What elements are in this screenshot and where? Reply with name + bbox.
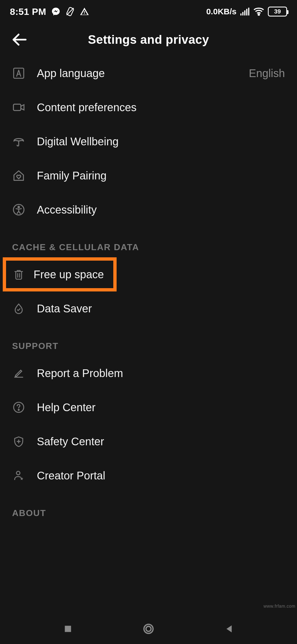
battery-indicator: 39: [268, 7, 287, 17]
svg-rect-17: [65, 626, 71, 632]
header: Settings and privacy: [0, 23, 297, 56]
row-content-preferences[interactable]: Content preferences: [0, 90, 297, 124]
row-label: Digital Wellbeing: [37, 135, 285, 148]
row-report-problem[interactable]: Report a Problem: [0, 356, 297, 390]
svg-point-15: [18, 409, 19, 410]
umbrella-icon: [12, 135, 25, 148]
status-time: 8:51 PM: [10, 6, 46, 17]
svg-point-19: [146, 626, 151, 631]
highlight-annotation: Free up space: [3, 257, 117, 291]
svg-rect-5: [246, 9, 247, 15]
video-icon: [12, 101, 25, 114]
status-bar: 8:51 PM 0.0KB/s 39: [0, 0, 297, 23]
home-button[interactable]: [140, 621, 157, 637]
svg-rect-3: [242, 12, 243, 15]
language-icon: [12, 67, 25, 80]
status-left: 8:51 PM: [10, 6, 89, 17]
home-heart-icon: [12, 169, 25, 182]
pencil-icon: [12, 367, 25, 380]
row-label: Accessibility: [37, 204, 285, 216]
row-digital-wellbeing[interactable]: Digital Wellbeing: [0, 124, 297, 159]
row-label: Family Pairing: [37, 170, 285, 182]
row-safety-center[interactable]: Safety Center: [0, 424, 297, 459]
row-label: Creator Portal: [37, 470, 285, 482]
svg-point-16: [16, 471, 20, 475]
drop-icon: [12, 302, 25, 315]
svg-rect-10: [13, 104, 21, 111]
svg-point-18: [144, 624, 153, 634]
row-accessibility[interactable]: Accessibility: [0, 193, 297, 227]
shield-icon: [12, 435, 25, 448]
row-label: Data Saver: [37, 302, 285, 315]
signal-icon: [240, 7, 250, 16]
phone-mute-icon: [65, 7, 75, 16]
svg-point-13: [18, 206, 20, 208]
svg-rect-9: [14, 68, 24, 78]
wifi-icon: [254, 7, 264, 16]
svg-rect-2: [240, 13, 241, 15]
recents-button[interactable]: [60, 621, 76, 637]
messenger-icon: [51, 7, 61, 16]
svg-rect-6: [248, 8, 249, 15]
page-title: Settings and privacy: [88, 33, 209, 47]
person-star-icon: [12, 469, 25, 482]
watermark: www.frfam.com: [263, 604, 295, 609]
row-free-up-space[interactable]: Free up space: [6, 261, 113, 288]
row-label: Free up space: [34, 268, 107, 281]
system-nav-bar: [0, 614, 297, 644]
back-button[interactable]: [8, 29, 30, 51]
row-label: Safety Center: [37, 435, 285, 448]
data-rate: 0.0KB/s: [206, 7, 237, 16]
row-label: Report a Problem: [37, 367, 285, 380]
section-cache: CACHE & CELLULAR DATA: [0, 227, 297, 257]
section-support: SUPPORT: [0, 326, 297, 356]
row-label: Content preferences: [37, 101, 285, 114]
row-value: English: [249, 67, 285, 80]
svg-marker-20: [227, 625, 232, 632]
row-label: Help Center: [37, 401, 285, 414]
row-help-center[interactable]: Help Center: [0, 390, 297, 424]
row-label: App language: [37, 67, 237, 80]
svg-rect-4: [244, 10, 245, 15]
warning-icon: [80, 7, 89, 16]
row-creator-portal[interactable]: Creator Portal: [0, 459, 297, 493]
settings-list: App language English Content preferences…: [0, 56, 297, 614]
status-right: 0.0KB/s 39: [206, 7, 287, 17]
row-app-language[interactable]: App language English: [0, 56, 297, 90]
section-about: ABOUT: [0, 493, 297, 523]
row-data-saver[interactable]: Data Saver: [0, 291, 297, 326]
accessibility-icon: [12, 203, 25, 216]
help-icon: [12, 401, 25, 414]
back-nav-button[interactable]: [221, 621, 237, 637]
trash-icon: [12, 268, 25, 281]
svg-point-7: [258, 14, 260, 15]
row-family-pairing[interactable]: Family Pairing: [0, 159, 297, 193]
